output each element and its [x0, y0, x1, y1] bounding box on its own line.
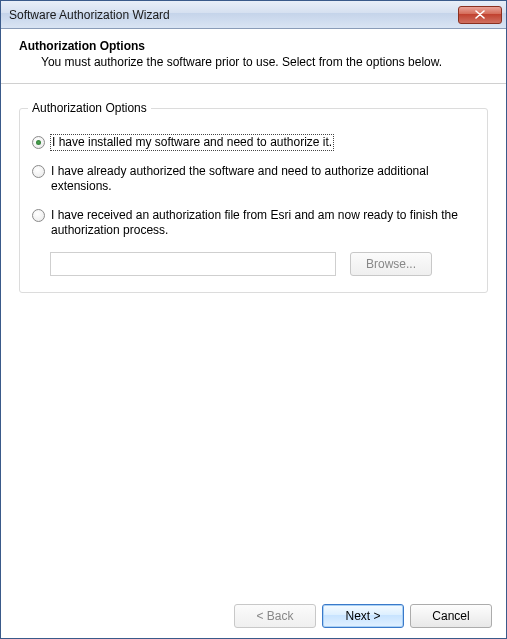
authorization-file-input — [50, 252, 336, 276]
authorization-file-row: Browse... — [32, 252, 475, 276]
radio-icon[interactable] — [32, 209, 45, 222]
wizard-header: Authorization Options You must authorize… — [1, 29, 506, 84]
wizard-footer: < Back Next > Cancel — [234, 604, 492, 628]
radio-icon[interactable] — [32, 136, 45, 149]
radio-label[interactable]: I have already authorized the software a… — [51, 164, 475, 194]
option-install-authorize[interactable]: I have installed my software and need to… — [32, 135, 475, 150]
page-title: Authorization Options — [19, 39, 488, 53]
radio-label[interactable]: I have installed my software and need to… — [51, 135, 333, 150]
page-subtitle: You must authorize the software prior to… — [19, 55, 488, 69]
option-authorization-file[interactable]: I have received an authorization file fr… — [32, 208, 475, 238]
radio-icon[interactable] — [32, 165, 45, 178]
next-button[interactable]: Next > — [322, 604, 404, 628]
close-button[interactable] — [458, 6, 502, 24]
authorization-options-group: Authorization Options I have installed m… — [19, 108, 488, 293]
back-button: < Back — [234, 604, 316, 628]
group-title: Authorization Options — [28, 101, 151, 115]
window-title: Software Authorization Wizard — [9, 8, 458, 22]
titlebar: Software Authorization Wizard — [1, 1, 506, 29]
close-icon — [475, 10, 485, 19]
cancel-button[interactable]: Cancel — [410, 604, 492, 628]
browse-button: Browse... — [350, 252, 432, 276]
option-additional-extensions[interactable]: I have already authorized the software a… — [32, 164, 475, 194]
wizard-content: Authorization Options I have installed m… — [1, 84, 506, 624]
radio-label[interactable]: I have received an authorization file fr… — [51, 208, 475, 238]
